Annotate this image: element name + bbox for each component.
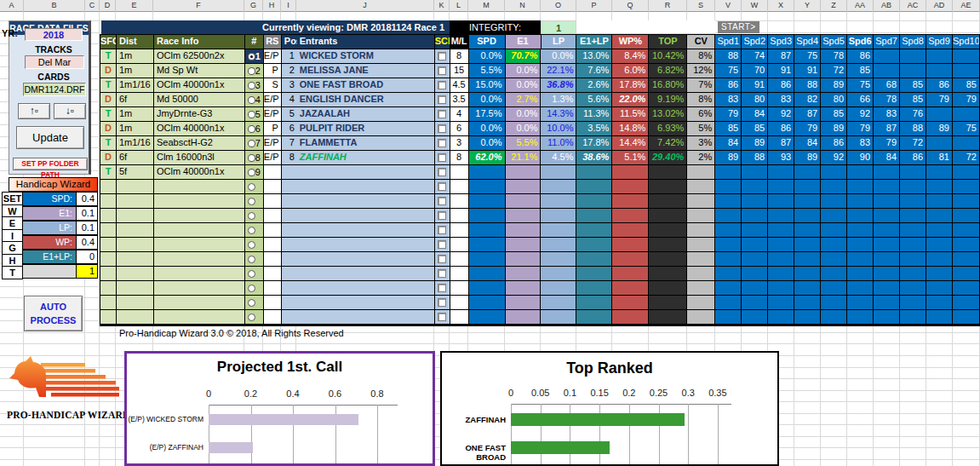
race-radio-button[interactable] bbox=[248, 270, 255, 278]
e1-cell bbox=[506, 165, 542, 180]
scratch-checkbox[interactable] bbox=[438, 168, 446, 176]
cv-cell: 7% bbox=[687, 78, 715, 93]
race-select-cell[interactable] bbox=[245, 238, 264, 252]
weight-value-cell[interactable]: 0.4 bbox=[77, 192, 98, 206]
race-select-cell[interactable] bbox=[245, 194, 264, 209]
race-select-cell[interactable]: 9 bbox=[245, 165, 264, 180]
track-field[interactable]: Del Mar bbox=[25, 55, 84, 69]
race-radio-button[interactable] bbox=[248, 125, 255, 133]
race-select-cell[interactable] bbox=[245, 252, 264, 267]
scratch-checkbox[interactable] bbox=[438, 269, 446, 278]
race-select-cell[interactable] bbox=[245, 310, 264, 325]
race-select-cell[interactable] bbox=[245, 180, 264, 194]
scratch-checkbox[interactable] bbox=[438, 124, 446, 133]
scratch-checkbox[interactable] bbox=[438, 153, 446, 162]
race-radio-button[interactable] bbox=[248, 299, 255, 307]
speed-fig-cell: 68 bbox=[874, 78, 900, 93]
race-select-cell[interactable]: 6 bbox=[245, 122, 264, 136]
scratch-checkbox[interactable] bbox=[438, 313, 446, 321]
race-select-cell[interactable]: 4 bbox=[245, 93, 264, 107]
race-select-cell[interactable] bbox=[245, 296, 264, 310]
weight-value-cell[interactable]: 0.1 bbox=[77, 206, 98, 221]
scratch-checkbox[interactable] bbox=[438, 197, 446, 205]
race-radio-button[interactable] bbox=[248, 140, 255, 147]
card-down-button[interactable]: ↓▫ bbox=[54, 103, 86, 119]
scratch-checkbox[interactable] bbox=[438, 81, 446, 89]
race-radio-button[interactable] bbox=[248, 285, 255, 292]
distance-cell: 6f bbox=[117, 93, 154, 107]
race-radio-button[interactable] bbox=[248, 53, 255, 60]
table-row bbox=[100, 310, 980, 325]
scratch-checkbox[interactable] bbox=[438, 298, 446, 307]
race-radio-button[interactable] bbox=[248, 169, 255, 176]
spd-cell bbox=[469, 223, 506, 238]
race-radio-button[interactable] bbox=[248, 241, 255, 249]
race-select-cell[interactable]: 8 bbox=[245, 151, 264, 165]
top-cell bbox=[649, 238, 687, 252]
race-select-cell[interactable] bbox=[245, 209, 264, 223]
morning-line-cell bbox=[450, 281, 469, 296]
scratch-checkbox[interactable] bbox=[438, 226, 446, 234]
morning-line-cell bbox=[450, 310, 469, 325]
start-marker: START> bbox=[718, 21, 759, 33]
wp-cell bbox=[612, 267, 649, 281]
set-pp-folder-path-button[interactable]: SET PP FOLDER PATH bbox=[13, 158, 88, 170]
projected-first-call-chart: Projected 1st. Call00.20.40.60.8(E/P) WI… bbox=[124, 351, 435, 466]
weight-value-cell[interactable]: 1 bbox=[77, 264, 98, 279]
lp-cell: 10.0% bbox=[541, 122, 576, 136]
race-radio-button[interactable] bbox=[248, 198, 255, 205]
entrant-name-cell: ZAFFINAH bbox=[297, 151, 435, 165]
scratch-checkbox[interactable] bbox=[438, 182, 446, 191]
race-select-cell[interactable]: 3 bbox=[245, 78, 264, 93]
scratch-checkbox[interactable] bbox=[438, 66, 446, 75]
scratch-checkbox[interactable] bbox=[438, 211, 446, 220]
race-select-cell[interactable] bbox=[245, 223, 264, 238]
scratch-checkbox[interactable] bbox=[438, 110, 446, 118]
year-field[interactable]: 2018 bbox=[25, 28, 83, 41]
race-select-cell[interactable]: 2 bbox=[245, 64, 264, 78]
weight-value-cell[interactable]: 0.1 bbox=[77, 221, 98, 235]
spd-cell bbox=[469, 296, 506, 310]
scratch-checkbox[interactable] bbox=[438, 95, 446, 104]
table-header-spd3: Spd3 bbox=[768, 35, 794, 49]
wp-cell bbox=[612, 209, 649, 223]
race-select-cell[interactable]: 1 bbox=[245, 49, 264, 64]
race-radio-button[interactable] bbox=[248, 227, 255, 234]
race-select-cell[interactable] bbox=[245, 267, 264, 281]
update-button[interactable]: Update bbox=[16, 126, 84, 149]
race-select-cell[interactable]: 7 bbox=[245, 136, 264, 151]
e1lp-cell bbox=[576, 223, 612, 238]
speed-fig-cell bbox=[821, 209, 847, 223]
bar bbox=[209, 442, 253, 453]
weight-value-cell[interactable]: 0.4 bbox=[77, 235, 98, 250]
spd-cell: 17.5% bbox=[469, 107, 506, 122]
race-radio-button[interactable] bbox=[248, 82, 255, 89]
auto-process-button[interactable]: AUTOPROCESS bbox=[24, 296, 83, 331]
race-radio-button[interactable] bbox=[248, 256, 255, 263]
card-field[interactable]: DMR1124.DRF bbox=[23, 83, 86, 96]
table-row: T5fOClm 40000n1x9 bbox=[100, 165, 980, 180]
scratch-checkbox[interactable] bbox=[438, 240, 446, 249]
card-up-button[interactable]: ↑▫ bbox=[18, 103, 50, 119]
speed-fig-cell: 89 bbox=[742, 136, 768, 151]
race-radio-button[interactable] bbox=[248, 212, 255, 220]
race-radio-button[interactable] bbox=[248, 67, 255, 75]
race-radio-button[interactable] bbox=[248, 111, 255, 118]
race-select-cell[interactable]: 5 bbox=[245, 107, 264, 122]
scratch-checkbox[interactable] bbox=[438, 139, 446, 147]
scratch-checkbox[interactable] bbox=[438, 284, 446, 292]
distance-cell: 6f bbox=[117, 151, 154, 165]
pro-handicap-wizard-app: ABCDEFGHIJKLMNOPQRSVWXYZAAABACADAE YR: R… bbox=[0, 0, 980, 466]
race-radio-button[interactable] bbox=[248, 314, 255, 321]
scratch-checkbox[interactable] bbox=[438, 52, 446, 60]
race-radio-button[interactable] bbox=[248, 154, 255, 162]
speed-fig-cell: 82 bbox=[794, 93, 821, 107]
race-radio-button[interactable] bbox=[248, 183, 255, 191]
scratch-checkbox[interactable] bbox=[438, 255, 446, 263]
race-select-cell[interactable] bbox=[245, 281, 264, 296]
scratch-cell bbox=[435, 238, 450, 252]
weight-value-cell[interactable]: 0 bbox=[77, 250, 98, 264]
race-info-cell: OClm 40000n1x bbox=[154, 165, 245, 180]
distance-cell: 1m1/16 bbox=[117, 136, 154, 151]
race-radio-button[interactable] bbox=[248, 96, 255, 104]
